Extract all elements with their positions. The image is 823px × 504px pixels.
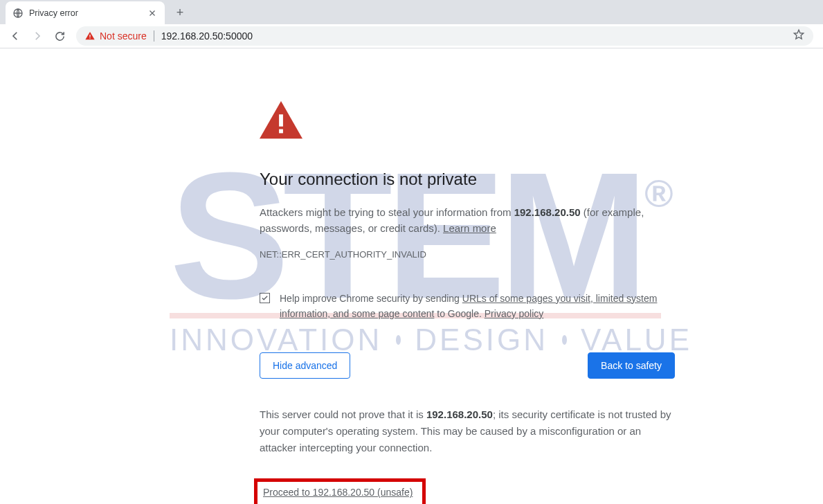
svg-rect-1 [89, 35, 90, 37]
proceed-highlight-box: Proceed to 192.168.20.50 (unsafe) [254, 478, 426, 504]
browser-chrome: Privacy error + [0, 0, 823, 48]
new-tab-button[interactable]: + [170, 3, 190, 22]
bookmark-button[interactable] [793, 28, 805, 44]
action-button-row: Hide advanced Back to safety [260, 352, 675, 379]
svg-rect-4 [279, 129, 283, 134]
warning-triangle-icon [260, 100, 302, 139]
check-icon [261, 294, 269, 302]
url-text: 192.168.20.50:50000 [161, 30, 786, 42]
warning-description: Attackers might be trying to steal your … [260, 204, 675, 237]
omnibox-divider [154, 30, 154, 42]
back-button[interactable] [6, 26, 25, 46]
globe-icon [12, 8, 24, 19]
hide-advanced-button[interactable]: Hide advanced [260, 352, 350, 379]
close-tab-button[interactable] [147, 8, 158, 19]
svg-rect-3 [279, 114, 283, 126]
forward-button[interactable] [28, 26, 47, 46]
optin-row: Help improve Chrome security by sending … [260, 291, 675, 322]
browser-tab[interactable]: Privacy error [6, 1, 165, 24]
reload-button[interactable] [50, 26, 69, 46]
privacy-error-page: Your connection is not private Attackers… [260, 100, 675, 504]
optin-checkbox[interactable] [260, 293, 270, 303]
svg-rect-2 [89, 38, 90, 39]
host-name: 192.168.20.50 [426, 408, 493, 420]
toolbar: Not secure 192.168.20.50:50000 [0, 24, 823, 48]
proceed-unsafe-link[interactable]: Proceed to 192.168.20.50 (unsafe) [263, 487, 413, 498]
host-name: 192.168.20.50 [514, 206, 581, 218]
learn-more-link[interactable]: Learn more [443, 222, 496, 234]
error-code: NET::ERR_CERT_AUTHORITY_INVALID [260, 249, 675, 260]
page-heading: Your connection is not private [260, 170, 675, 189]
security-text: Not secure [100, 30, 147, 42]
warning-triangle-icon [84, 30, 96, 42]
address-bar[interactable]: Not secure 192.168.20.50:50000 [76, 26, 813, 46]
optin-text: Help improve Chrome security by sending … [280, 291, 675, 322]
advanced-explanation: This server could not prove that it is 1… [260, 406, 675, 456]
security-chip[interactable]: Not secure [84, 30, 147, 42]
tab-strip: Privacy error + [0, 0, 823, 24]
back-to-safety-button[interactable]: Back to safety [588, 352, 675, 379]
tab-title: Privacy error [29, 8, 141, 18]
privacy-policy-link[interactable]: Privacy policy [485, 308, 544, 319]
